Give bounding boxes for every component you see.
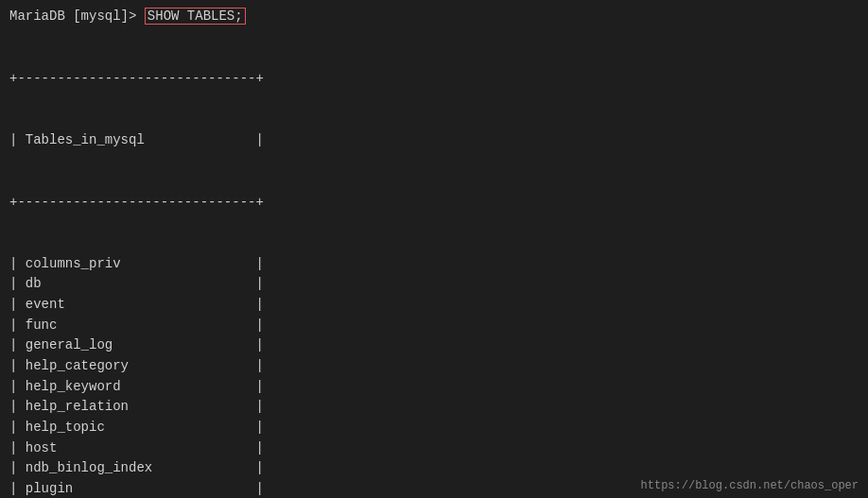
list-item: | ndb_binlog_index | [9,458,859,479]
list-item: | help_category | [9,356,859,377]
separator-top: +------------------------------+ [9,69,859,90]
list-item: | host | [9,438,859,459]
list-item: | help_topic | [9,418,859,438]
table-rows: | columns_priv || db || event || func ||… [9,254,859,498]
list-item: | func | [9,316,859,336]
list-item: | help_keyword | [9,377,859,398]
terminal-window: MariaDB [mysql]> SHOW TABLES; +---------… [0,0,868,498]
prompt-line: MariaDB [mysql]> SHOW TABLES; [9,8,859,25]
watermark: https://blog.csdn.net/chaos_oper [641,479,859,492]
list-item: | help_relation | [9,397,859,418]
separator-mid: +------------------------------+ [9,193,859,214]
table-header: | Tables_in_mysql | [9,130,859,151]
list-item: | general_log | [9,335,859,356]
prompt-text: MariaDB [mysql]> [9,9,145,24]
command-text: SHOW TABLES; [145,8,246,25]
list-item: | db | [9,274,859,295]
table-output: +------------------------------+ | Table… [9,28,859,498]
list-item: | event | [9,295,859,316]
list-item: | columns_priv | [9,254,859,275]
